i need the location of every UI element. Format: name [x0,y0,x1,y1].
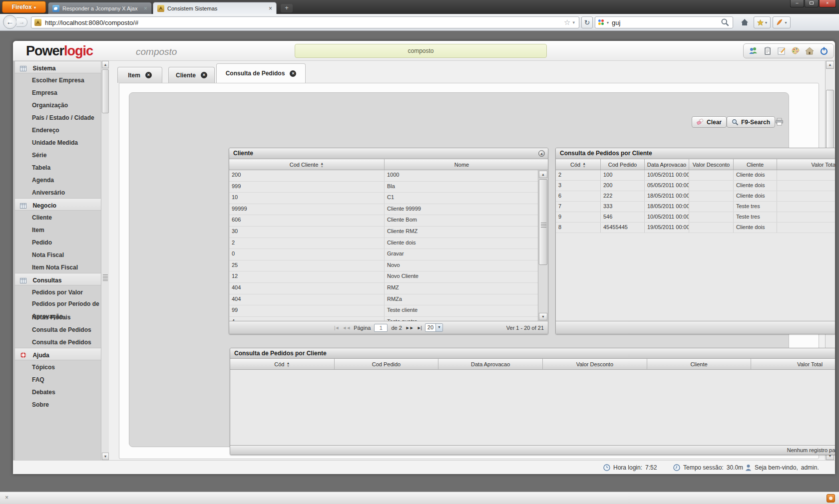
users-icon[interactable] [749,46,758,55]
close-icon[interactable]: × [290,70,296,77]
minimize-button[interactable]: – [790,0,804,7]
sidebar-section-ajuda[interactable]: Ajuda [15,348,101,360]
sidebar-item-serie[interactable]: Série [15,148,101,161]
palette-icon[interactable] [791,46,800,55]
table-row[interactable]: 10C1 [229,193,539,204]
back-button[interactable]: ← [3,15,17,29]
pager-prev-button[interactable]: ◄◄ [342,325,350,330]
table-row[interactable]: 12Novo Cliente [229,271,539,283]
clear-button[interactable]: Clear [692,116,727,128]
addon-status-icon[interactable] [827,494,835,503]
table-row[interactable]: 404RMZa [229,294,539,306]
table-row[interactable]: 210010/05/2011 00:00Cliente dois [556,170,835,181]
pager-first-button[interactable]: |◄ [334,325,339,330]
page-number-input[interactable]: 1 [374,324,388,332]
clipboard-icon[interactable] [763,46,772,55]
sidebar-item-cliente[interactable]: Cliente [15,211,101,223]
column-header-nome[interactable]: Nome [385,159,539,170]
column-header-cod-cliente[interactable]: Cod Cliente▲▼ [229,159,385,170]
table-row[interactable]: 404RMZ [229,283,539,294]
browser-tab-consistem[interactable]: Consistem Sistemas × [153,2,277,14]
collapse-icon[interactable]: ▲ [538,150,545,157]
firefox-menu-button[interactable]: Firefox▾ [2,1,46,13]
table-row[interactable]: 2Cliente dois [229,238,539,250]
scroll-down-button[interactable]: ▼ [102,453,109,460]
maximize-button[interactable] [805,0,819,7]
forward-button[interactable]: → [16,17,27,27]
page-size-select[interactable]: 20 ▼ [425,323,443,332]
table-row[interactable]: 606Cliente Bom [229,215,539,227]
chevron-down-icon[interactable]: ▾ [572,20,575,25]
sidebar-item-item[interactable]: Item [15,223,101,236]
close-window-button[interactable]: × [819,0,836,7]
sidebar-item-consulta-de-pedidos-2[interactable]: Consulta de Pedidos [15,335,101,348]
search-input[interactable]: guj [612,19,721,26]
sidebar-item-item-nota-fiscal[interactable]: Item Nota Fiscal [15,260,101,273]
sidebar-item-consulta-de-pedidos[interactable]: Consulta de Pedidos [15,323,101,335]
table-row[interactable]: 954610/05/2011 00:00Teste tres [556,212,835,223]
column-header-cliente[interactable]: Cliente [647,359,752,369]
column-header-valor-desconto[interactable]: Valor Desconto [689,159,734,170]
sidebar-item-aniversario[interactable]: Aniversário [15,186,101,198]
close-icon[interactable]: × [201,72,207,78]
table-row[interactable]: 320005/05/2011 00:00Cliente dois [556,181,835,191]
column-header-valor-total[interactable]: Valor Total [751,359,835,369]
sidebar-item-sobre[interactable]: Sobre [15,398,101,410]
table-row[interactable]: 4Teste quatro [229,317,539,321]
scroll-up-button[interactable]: ▲ [539,171,547,178]
sidebar-item-pedido[interactable]: Pedido [15,236,101,248]
sidebar-item-nota-fiscal[interactable]: Nota Fiscal [15,248,101,260]
tab-cliente[interactable]: Cliente × [168,67,215,83]
sidebar-item-tabela[interactable]: Tabela [15,161,101,173]
sidebar-item-pais-estado-cidade[interactable]: País / Estado / Cidade [15,111,101,123]
table-row[interactable]: 0Gravar [229,249,539,260]
scroll-up-button[interactable]: ▲ [826,61,834,69]
column-header-cod[interactable]: Cód▲▼ [556,159,601,170]
pager-next-button[interactable]: ►► [406,325,414,330]
scrollbar-thumb[interactable] [102,69,109,113]
home-button[interactable] [738,16,751,29]
sidebar-section-sistema[interactable]: Sistema [15,61,101,73]
sidebar-item-topicos[interactable]: Tópicos [15,360,101,373]
table-row[interactable]: 622218/05/2011 00:00Cliente dois [556,191,835,202]
column-header-cliente[interactable]: Cliente [734,159,777,170]
sidebar-item-unidade-medida[interactable]: Unidade Medida [15,136,101,148]
tab-consulta-de-pedidos[interactable]: Consulta de Pedidos × [216,63,306,83]
bookmark-star-icon[interactable]: ☆ [564,18,570,27]
print-icon[interactable] [775,118,784,126]
sidebar-item-debates[interactable]: Debates [15,385,101,398]
close-icon[interactable]: × [5,494,8,501]
column-header-valor-total[interactable]: Valor Total [777,159,835,170]
bookmarks-button[interactable]: ▾ [754,16,771,28]
feedback-button[interactable]: ▾ [773,16,791,28]
table-row[interactable]: 2001000 [229,170,539,182]
scrollbar-thumb[interactable] [539,179,547,265]
table-row[interactable]: 84545544519/05/2011 00:00Cliente dois [556,223,835,233]
table-row[interactable]: 733318/05/2011 00:00Teste tres [556,202,835,212]
sidebar-section-negocio[interactable]: Negocio [15,198,101,211]
close-icon[interactable]: × [269,5,272,12]
table-row[interactable]: 99Teste cliente [229,305,539,317]
table-row[interactable]: 99999Cliente 99999 [229,204,539,216]
column-header-valor-desconto[interactable]: Valor Desconto [543,359,647,369]
scroll-down-button[interactable]: ▼ [539,313,547,320]
reload-button[interactable]: ↻ [581,16,593,28]
sidebar-item-pedidos-por-valor[interactable]: Pedidos por Valor [15,285,101,298]
sidebar-item-empresa[interactable]: Empresa [15,86,101,98]
power-logout-icon[interactable] [820,46,829,55]
browser-tab-jcompany[interactable]: Responder a Jcompany X Ajax × [48,2,152,14]
search-box[interactable]: ▾ guj [595,16,733,28]
tab-item[interactable]: Item × [117,67,162,83]
column-header-data-aprovacao[interactable]: Data Aprovacao [438,359,543,369]
table-row[interactable]: 999Bla [229,182,539,193]
column-header-cod-pedido[interactable]: Cod Pedido [335,359,439,369]
close-icon[interactable]: × [145,72,152,78]
splitter-grip[interactable] [103,274,108,281]
table-row[interactable]: 30Cliente RMZ [229,227,539,238]
notes-icon[interactable] [777,46,786,55]
sidebar-item-endereco[interactable]: Endereço [15,123,101,136]
sidebar-item-notas-fiscais[interactable]: Notas Fiscais [15,310,101,323]
home-icon[interactable] [805,46,814,55]
column-header-data-aprovacao[interactable]: Data Aprovacao [645,159,689,170]
new-tab-button[interactable]: + [281,4,293,12]
